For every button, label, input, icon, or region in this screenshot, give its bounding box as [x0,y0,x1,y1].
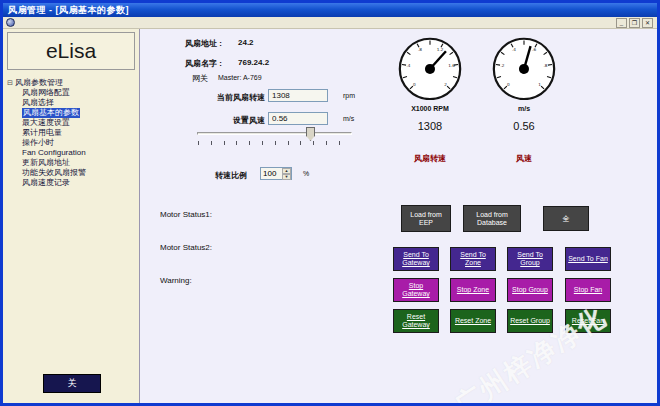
gauge-hub [425,64,435,74]
airspeed-gauge: 0 .2 .4 .6 .8 1 [492,36,556,100]
speed-slider-thumb[interactable] [306,127,315,141]
send-to-gateway-button[interactable]: Send To Gateway [393,247,439,271]
title-bar: 风扇管理 - [风扇基本的参数] [3,3,657,17]
tree-item-fan-basic-params[interactable]: 风扇基本的参数 [7,108,137,118]
close-window-button[interactable]: ✕ [642,18,653,28]
motor-status1-label: Motor Status1: [160,210,212,219]
svg-text:1.2: 1.2 [437,47,444,52]
tree-item-power-total[interactable]: 累计用电量 [7,128,137,138]
rpm-gauge-value: 1308 [398,120,462,132]
reset-group-button[interactable]: Reset Group [507,309,553,333]
svg-text:.8: .8 [418,47,422,52]
reset-zone-button[interactable]: Reset Zone [450,309,496,333]
set-speed-label: 设置风速 [180,115,265,126]
main-panel: 风扇地址 : 24.2 风扇名字 : 769.24.2 网关 Master: A… [140,29,657,403]
nav-tree: ⊟风扇参数管理 风扇网络配置 风扇选择 风扇基本的参数 最大速度设置 累计用电量… [3,73,139,188]
collapse-icon[interactable]: ⊟ [7,78,15,88]
load-from-database-button[interactable]: Load from Database [463,205,521,232]
mdi-window-controls: _ ❐ ✕ [616,18,653,28]
tree-item-update-address[interactable]: 更新风扇地址 [7,158,137,168]
fan-address-value: 24.2 [238,38,254,47]
gateway-label: 网关 [192,73,208,84]
gateway-master-value: Master: A-769 [218,74,262,81]
ratio-input[interactable] [261,168,282,179]
gauge-hub [519,64,529,74]
airspeed-gauge-scale-label: m/s [492,105,556,112]
tree-item-speed-record[interactable]: 风扇速度记录 [7,178,137,188]
tree-item-fan-network[interactable]: 风扇网络配置 [7,88,137,98]
speed-slider-ticks [198,141,352,145]
stop-group-button[interactable]: Stop Group [507,278,553,302]
speed-slider[interactable] [197,132,352,135]
elisa-logo: eLisa [7,32,135,70]
svg-text:.8: .8 [543,63,547,68]
svg-text:1.6: 1.6 [448,63,455,68]
send-to-group-button[interactable]: Send To Group [507,247,553,271]
stop-gateway-button[interactable]: Stop Gateway [393,278,439,302]
ratio-unit: % [303,170,309,177]
current-speed-unit: rpm [343,92,355,99]
spinner-down-icon[interactable]: ▼ [282,174,291,180]
set-speed-unit: m/s [343,115,354,122]
airspeed-gauge-value: 0.56 [492,120,556,132]
svg-text:2: 2 [444,82,447,87]
ratio-spinner-arrows: ▲ ▼ [282,168,291,179]
ratio-label: 转速比例 [180,170,247,181]
toolbar: _ ❐ ✕ [3,17,657,29]
reset-gateway-button[interactable]: Reset Gateway [393,309,439,333]
send-to-fan-button[interactable]: Send To Fan [565,247,611,271]
warning-label: Warning: [160,276,192,285]
all-button[interactable]: 全 [543,206,589,231]
window-title: 风扇管理 - [风扇基本的参数] [8,4,129,17]
airspeed-gauge-caption: 风速 [492,153,556,164]
content-area: eLisa ⊟风扇参数管理 风扇网络配置 风扇选择 风扇基本的参数 最大速度设置… [3,29,657,403]
fan-name-value: 769.24.2 [238,58,269,67]
motor-status2-label: Motor Status2: [160,243,212,252]
tree-item-operating-hours[interactable]: 操作小时 [7,138,137,148]
stop-fan-button[interactable]: Stop Fan [565,278,611,302]
tree-item-fan-select[interactable]: 风扇选择 [7,98,137,108]
restore-button[interactable]: ❐ [629,18,640,28]
tree-root-label: 风扇参数管理 [15,78,63,87]
sidebar-close-button[interactable]: 关 [43,374,101,393]
svg-text:.4: .4 [512,47,516,52]
rpm-gauge: 0 .4 .8 1.2 1.6 2 [398,36,462,100]
minimize-button[interactable]: _ [616,18,627,28]
sidebar: eLisa ⊟风扇参数管理 风扇网络配置 风扇选择 风扇基本的参数 最大速度设置… [3,29,140,403]
fan-name-label: 风扇名字 : [185,58,222,69]
reset-fan-button[interactable]: Reset Fan [565,309,611,333]
app-window: 风扇管理 - [风扇基本的参数] _ ❐ ✕ eLisa ⊟风扇参数管理 风扇网… [0,0,660,406]
svg-text:.2: .2 [501,63,505,68]
load-from-eep-button[interactable]: Load from EEP [401,205,451,232]
current-speed-input[interactable] [268,89,328,102]
send-to-zone-button[interactable]: Send To Zone [450,247,496,271]
svg-text:0: 0 [507,82,510,87]
ratio-spinner[interactable]: ▲ ▼ [260,167,292,180]
svg-text:0: 0 [413,82,416,87]
tree-root[interactable]: ⊟风扇参数管理 [7,78,137,88]
rpm-gauge-scale-label: X1000 RPM [398,105,462,112]
tree-item-max-speed[interactable]: 最大速度设置 [7,118,137,128]
tree-item-fan-failure-alarm[interactable]: 功能失效风扇报警 [7,168,137,178]
fan-address-label: 风扇地址 : [185,38,222,49]
tree-item-fan-configuration[interactable]: Fan Configuration [7,148,137,158]
rpm-gauge-caption: 风扇转速 [398,153,462,164]
set-speed-input[interactable] [268,112,328,125]
current-speed-label: 当前风扇转速 [180,92,265,103]
stop-zone-button[interactable]: Stop Zone [450,278,496,302]
app-icon [6,18,15,27]
svg-text:.6: .6 [532,47,536,52]
svg-text:.4: .4 [407,63,411,68]
svg-text:1: 1 [538,82,541,87]
